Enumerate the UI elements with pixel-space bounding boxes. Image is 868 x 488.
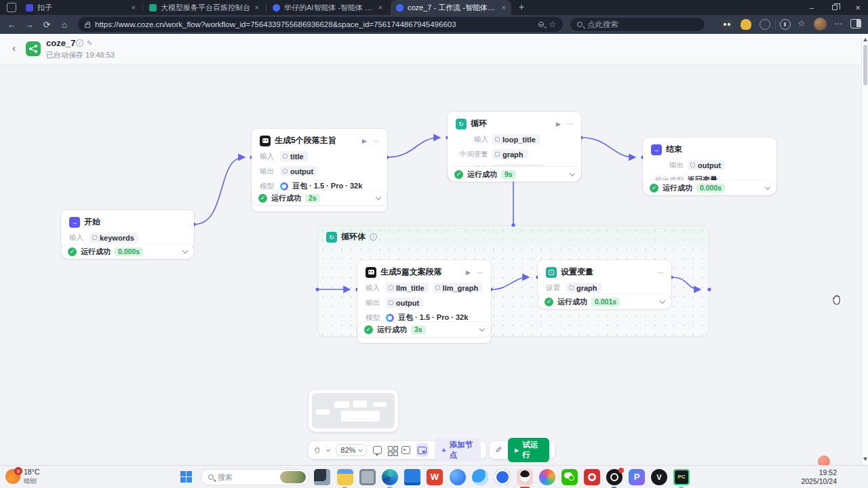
run-status-llm-outline[interactable]: ✓ 运行成功 2s xyxy=(252,190,387,205)
start-button[interactable] xyxy=(180,471,192,483)
var-tag[interactable]: output xyxy=(280,166,317,176)
pycharm-icon[interactable]: PC xyxy=(673,469,690,485)
tab-search-icon[interactable] xyxy=(7,3,16,12)
microsoft-store-icon[interactable] xyxy=(404,469,420,485)
var-tag[interactable]: llm_graph xyxy=(433,283,483,293)
run-status-loop[interactable]: ✓ 运行成功 9s xyxy=(448,167,581,182)
wechat-icon[interactable] xyxy=(561,469,578,485)
var-tag[interactable]: output xyxy=(386,298,423,308)
hand-tool-chevron-icon[interactable] xyxy=(326,447,331,452)
node-set-variable[interactable]: 设置变量 ⋯ 设置 graph xyxy=(538,260,671,299)
edge-browser-icon[interactable] xyxy=(382,469,398,485)
info-icon[interactable]: i xyxy=(76,39,83,47)
assistant-ball[interactable] xyxy=(818,455,830,465)
run-status-start[interactable]: ✓ 运行成功 0.000s xyxy=(61,244,194,259)
chevron-down-icon[interactable] xyxy=(182,247,188,253)
scrollbar-thumb[interactable] xyxy=(863,45,867,85)
node-more-icon[interactable]: ⋯ xyxy=(567,121,573,127)
page-scrollbar[interactable] xyxy=(861,34,868,465)
wps-icon[interactable]: W xyxy=(427,469,443,485)
tab-close-icon[interactable]: × xyxy=(255,3,259,12)
taskbar-clock[interactable]: 19:52 2025/10/24 xyxy=(801,468,837,486)
zoom-level-select[interactable]: 82% xyxy=(336,444,367,456)
quark-icon[interactable] xyxy=(450,469,466,485)
extension-icon[interactable] xyxy=(780,19,791,30)
run-status-end[interactable]: ✓ 运行成功 0.000s xyxy=(643,180,776,195)
var-tag[interactable]: llm_title xyxy=(386,283,429,293)
thunder-icon[interactable] xyxy=(472,469,488,485)
test-run-button[interactable]: ▶ 试运行 xyxy=(508,438,549,462)
tab-bailian-console[interactable]: 大模型服务平台百炼控制台 × xyxy=(144,0,264,15)
node-more-icon[interactable]: ⋯ xyxy=(477,269,483,276)
app-icon-v[interactable]: V xyxy=(651,469,667,485)
reload-icon[interactable]: ⟳ xyxy=(38,20,56,30)
extension-icon[interactable] xyxy=(741,19,751,30)
url-text[interactable]: https://www.coze.cn/work_flow?workflow_i… xyxy=(95,20,534,28)
back-chevron-icon[interactable]: ‹ xyxy=(12,42,16,54)
tab-agent[interactable]: 华仔的AI智能体 -智能体 - 扣子 × xyxy=(267,0,388,15)
var-tag[interactable]: graph xyxy=(566,283,601,293)
image-icon[interactable] xyxy=(401,446,410,454)
browser-menu-icon[interactable]: ⋯ xyxy=(834,19,842,28)
var-tag[interactable]: output xyxy=(688,160,725,170)
search-highlight-image[interactable] xyxy=(280,471,306,483)
layout-grid-icon[interactable] xyxy=(388,446,395,455)
new-tab-button[interactable]: + xyxy=(515,1,528,12)
tab-workflow-active[interactable]: coze_7 - 工作流 -智能体平台 × xyxy=(391,0,511,15)
weather-widget[interactable]: 9 18°C 晴朗 xyxy=(5,468,39,485)
run-status-set-variable[interactable]: ✓ 运行成功 0.001s xyxy=(538,294,671,309)
add-node-button[interactable]: + 添加节点 xyxy=(435,438,481,462)
window-close-button[interactable]: × xyxy=(848,0,868,15)
qq-icon-active[interactable] xyxy=(517,469,533,485)
address-bar[interactable]: https://www.coze.cn/work_flow?workflow_i… xyxy=(78,17,563,32)
app-icon-blue[interactable] xyxy=(494,469,511,485)
var-tag[interactable]: loop_title xyxy=(492,134,540,144)
scroll-down-arrow[interactable] xyxy=(863,458,867,461)
edit-icon[interactable]: ✎ xyxy=(87,39,92,47)
minimap-toggle-button[interactable] xyxy=(416,443,429,457)
hand-tool-icon[interactable] xyxy=(314,445,321,455)
zoom-out-icon[interactable] xyxy=(538,22,544,27)
chevron-down-icon[interactable] xyxy=(570,170,575,176)
run-node-icon[interactable]: ▶ xyxy=(556,121,561,127)
window-restore-button[interactable] xyxy=(825,0,845,15)
tab-close-icon[interactable]: × xyxy=(132,3,136,12)
var-tag[interactable]: keywords xyxy=(90,232,138,243)
browser-search-box[interactable]: 点此搜索 xyxy=(570,17,705,32)
chevron-down-icon[interactable] xyxy=(479,325,485,331)
chevron-down-icon[interactable] xyxy=(765,184,770,189)
chevron-down-icon[interactable] xyxy=(660,298,665,303)
node-more-icon[interactable]: ⋯ xyxy=(373,138,379,144)
minimap[interactable] xyxy=(309,390,398,432)
tab-close-icon[interactable]: × xyxy=(378,3,382,12)
profile-avatar[interactable] xyxy=(814,18,827,30)
node-start[interactable]: → 开始 输入 keywords xyxy=(61,210,194,249)
node-more-icon[interactable]: ⋯ xyxy=(657,269,663,276)
var-tag[interactable]: title xyxy=(280,151,308,161)
run-status-llm-paragraphs[interactable]: ✓ 运行成功 3s xyxy=(357,322,491,337)
lark-icon[interactable] xyxy=(539,469,555,485)
bookmark-star-icon[interactable]: ☆ xyxy=(549,20,556,29)
tab-coze-home[interactable]: 扣子 × xyxy=(20,0,141,15)
workflow-canvas[interactable]: ↻ 循环体 i xyxy=(0,64,861,465)
chevron-down-icon[interactable] xyxy=(376,194,381,199)
app-icon-p[interactable]: P xyxy=(629,469,645,485)
task-view-icon[interactable] xyxy=(314,469,330,485)
scroll-up-arrow[interactable] xyxy=(863,38,867,41)
device-manager-icon[interactable] xyxy=(359,469,376,485)
tab-close-icon[interactable]: × xyxy=(502,3,506,12)
obs-icon[interactable] xyxy=(606,469,623,485)
taskbar-search-box[interactable]: 搜索 xyxy=(201,469,309,485)
run-node-icon[interactable]: ▶ xyxy=(466,269,471,276)
pen-icon[interactable]: ✎ xyxy=(495,445,502,455)
favorites-icon[interactable]: ☆ xyxy=(797,18,806,28)
file-explorer-icon[interactable] xyxy=(337,469,353,485)
var-tag[interactable]: graph xyxy=(492,149,528,159)
back-icon[interactable]: ← xyxy=(3,20,20,30)
comment-icon[interactable] xyxy=(373,446,382,454)
run-node-icon[interactable]: ▶ xyxy=(362,138,367,144)
forward-icon[interactable]: → xyxy=(20,20,38,30)
window-minimize-button[interactable]: – xyxy=(802,0,822,15)
home-icon[interactable]: ⌂ xyxy=(56,20,73,30)
sidebar-toggle-icon[interactable] xyxy=(850,19,861,28)
